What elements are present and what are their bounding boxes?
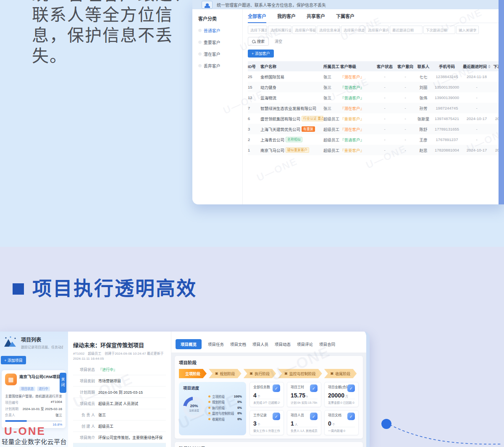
cell-id: 12 <box>248 95 260 100</box>
project-list-item[interactable]: ▦ 南京飞马公司CRM项目 项目状态 进行中 主要围绕客户管理，商机跟进进行开发… <box>2 370 66 428</box>
cell-phone: 13900139000 <box>432 95 462 100</box>
field-label: 项目简介 <box>73 435 95 440</box>
cell-level: 『普通客户』 <box>340 84 374 90</box>
sidebar-item[interactable]: ◎丢弃客户 <box>198 63 242 69</box>
column-header: 手机号码 <box>432 63 462 69</box>
filter-placeholder: 选择客户状态 <box>344 27 365 32</box>
cell-last-followup: - <box>462 85 491 89</box>
filter-input[interactable]: 选择下属员工 <box>248 26 267 34</box>
table-row[interactable]: 15动力健身张三『普通客户』--刘丽13500135000-- <box>248 82 504 92</box>
cell-contact: 陈舒 <box>415 126 432 132</box>
clear-button[interactable]: 清空 <box>275 39 282 44</box>
column-header[interactable]: 最近跟进时间 <box>462 63 491 69</box>
crm-tab[interactable]: 我的客户 <box>277 13 296 19</box>
legend-dot-icon <box>208 407 210 409</box>
customer-name: 动力健身 <box>260 84 276 90</box>
project-detail-meta: #T1002 超级员工 创建于2024-09-06 10:24:47 最近更新于… <box>73 351 166 361</box>
overview-tab[interactable]: 项目概览 <box>176 339 202 349</box>
stat-card-top: 项目文档✓ <box>328 413 355 420</box>
cell-level: 『普通客户』 <box>340 95 374 101</box>
project-list-icon <box>3 336 18 348</box>
overview-tab[interactable]: 项目任务 <box>208 339 224 349</box>
uone-tagline: 轻量企业数字化云平台 <box>2 437 67 446</box>
overview-tab[interactable]: 项目文档 <box>230 339 246 349</box>
sidebar-item[interactable]: ◎普通客户 <box>198 27 242 34</box>
table-row[interactable]: 12蓝海物流张三『普通客户』--张伟13900139000-- <box>248 92 504 103</box>
stat-value: 1 <box>291 420 294 427</box>
filter-placeholder: 输入关键字 <box>459 27 477 32</box>
table-row[interactable]: 1南京飞马公司疑似重复客户超级员工『重要客户』--赵思1782088100420… <box>248 145 504 155</box>
stat-subtext: 一周内新增:0 <box>328 427 355 433</box>
filter-input[interactable]: 输入关键字 <box>456 26 479 34</box>
sidebar-item[interactable]: ◎潜在客户 <box>198 51 242 57</box>
overview-tab[interactable]: 项目动态 <box>275 339 291 349</box>
table-row[interactable]: 7智慧绿洲生态农业发展有限公司张三『潜在客户』--孙芳1987244745-- <box>248 103 504 113</box>
crm-tab[interactable]: 全部客户 <box>248 13 266 19</box>
stat-card-top: 全部任务数✓ <box>253 384 280 392</box>
table-body: 25金桥国际贸易张三『潜在客户』--七七12388432452024-11-18… <box>248 71 504 155</box>
bullet-square-icon <box>13 283 24 295</box>
stage-label: 收尾阶段 <box>335 371 350 376</box>
detail-field-row: 项目简介环保公司宣传策划，主要侧重绿色环保 <box>73 432 166 443</box>
project-list-subtitle: 跟踪记录项目进展、任务动态、文件 <box>21 345 63 349</box>
stage-label: 规划阶段 <box>220 371 235 376</box>
cell-id: 25 <box>248 74 260 79</box>
sort-icon <box>488 65 491 68</box>
donut-hole: 20% 当前进度 <box>186 400 202 415</box>
cell-staff: 张三 <box>323 105 340 111</box>
stat-subtext: 发票金额:0 已回款:0 <box>328 399 355 405</box>
cell-name: 南京飞马公司疑似重复客户 <box>260 147 323 153</box>
legend-item: 监控与控制阶段0% <box>208 411 242 416</box>
field-label: 计划周期 <box>73 389 95 395</box>
add-project-button[interactable]: + 添加项目 <box>1 356 26 364</box>
filter-select[interactable]: 选择信息来源 <box>317 26 340 34</box>
filter-select[interactable]: 选择客户等级 <box>292 26 316 34</box>
column-header: 客户名称 <box>260 63 323 69</box>
stat-check-icon: ✓ <box>273 384 280 392</box>
stat-check-icon: ✓ <box>273 413 280 420</box>
cell-status: - <box>374 127 396 131</box>
stat-label: 工作记录 <box>253 413 267 417</box>
cell-intent: - <box>396 85 415 89</box>
stat-unit: h <box>306 395 308 398</box>
crm-tab[interactable]: 下属客户 <box>336 13 354 19</box>
overview-tab[interactable]: 项目人员 <box>252 339 268 349</box>
cell-last-followup: - <box>462 106 491 110</box>
cell-contact: 张斯里 <box>415 116 432 122</box>
overview-tab[interactable]: 项目合同 <box>319 339 335 349</box>
stat-subtext: 未完成:3个 已超期:2个 <box>253 399 280 405</box>
sidebar-item[interactable]: ◎重要客户 <box>198 39 242 45</box>
legend-item: 立项阶段100% <box>208 394 242 399</box>
stat-value: 4 <box>253 392 257 399</box>
stat-card: 项目金额(合同)✓20000万发票金额:0 已回款:0 <box>324 382 359 407</box>
cell-staff: 超级员工 <box>323 137 340 143</box>
filter-select[interactable]: 选择所属行业 <box>268 26 291 34</box>
crm-tab[interactable]: 共享客户 <box>307 13 325 19</box>
sidebar-item-label: 重要客户 <box>204 39 220 45</box>
cell-intent: - <box>396 74 415 79</box>
close-project-button[interactable]: 关闭 <box>60 373 66 393</box>
cell-id: 3 <box>248 127 260 131</box>
donut-percent: 20% <box>190 403 198 408</box>
cell-intent: - <box>396 116 415 121</box>
table-row[interactable]: 6盛世领航集团有限公司行业认证 重点客户超级员工『重要客户』--张斯里13974… <box>248 113 504 124</box>
legend-dot-icon <box>208 418 210 420</box>
filter-input[interactable]: 下次跟进日期 <box>423 26 455 34</box>
customer-tag: 名称相似 <box>286 137 302 142</box>
stat-card-top: 项目工时✓ <box>291 384 318 392</box>
search-button[interactable]: 搜索 <box>248 37 269 46</box>
sort-caret-up <box>488 65 491 66</box>
header-label: 最近跟进时间 <box>463 63 487 69</box>
table-row[interactable]: 25金桥国际贸易张三『潜在客户』--七七12388432452024-11-18… <box>248 71 504 82</box>
filter-select[interactable]: 选择客户状态 <box>341 26 365 34</box>
cell-staff: 超级员工 <box>323 147 340 153</box>
filter-select[interactable]: 选择客户意向 <box>365 26 389 34</box>
stat-check-icon: ✓ <box>310 384 318 392</box>
table-row[interactable]: 3上海飞天建筑优先公司有重复超级员工『潜在客户』--陈舒17789131655-… <box>248 124 504 134</box>
add-customer-button[interactable]: + 添加客户 <box>248 50 274 58</box>
filter-input[interactable]: 最近跟进日期 <box>390 26 423 34</box>
table-row[interactable]: 2上海青云公司名称相似超级员工『普通客户』--王彦1767891237-- <box>248 134 504 145</box>
progress-card-body: 20% 当前进度 立项阶段100%规划阶段0%执行阶段0%监控与控制阶段0%收尾… <box>183 393 242 422</box>
cell-intent: - <box>396 95 415 100</box>
overview-tab[interactable]: 项目评论 <box>297 339 313 349</box>
